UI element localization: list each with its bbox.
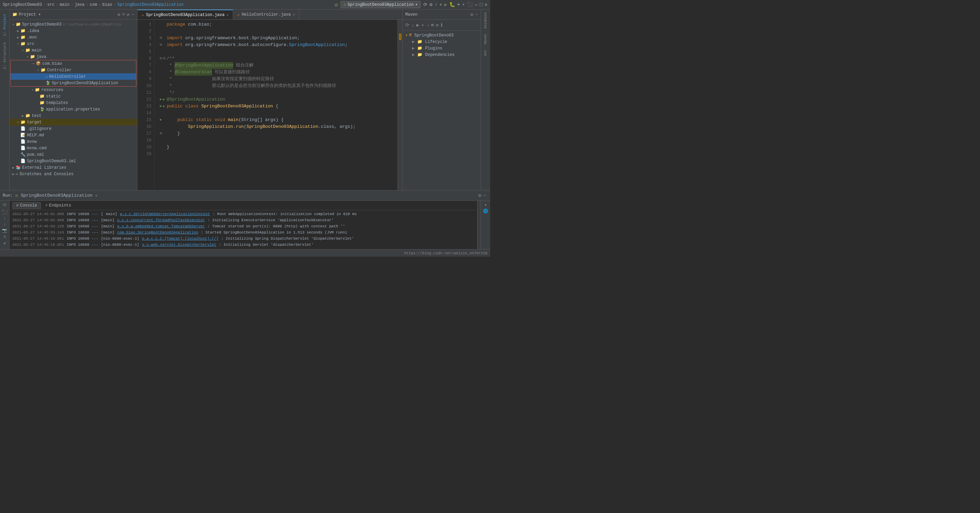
- maven-close-icon[interactable]: —: [475, 12, 478, 17]
- align-icon[interactable]: ⇄: [3, 241, 6, 246]
- minimize2-icon[interactable]: —: [484, 193, 486, 198]
- filter-icon[interactable]: ≡: [3, 234, 6, 239]
- endpoints-icon: ⚡: [45, 203, 48, 208]
- add-icon[interactable]: +: [439, 2, 442, 8]
- favorites-icon[interactable]: ★: [484, 202, 487, 207]
- tree-item-target[interactable]: ▾ 📁 target: [10, 119, 137, 126]
- close-panel-icon[interactable]: —: [132, 12, 134, 18]
- tree-item-scratches[interactable]: ▶ ✏ Scratches and Consoles: [10, 171, 137, 177]
- tree-item-iml[interactable]: ▶ 📄 SpringBootDemo03.iml: [10, 158, 137, 164]
- update-icon[interactable]: ↑: [434, 2, 438, 8]
- maven-item-plugins[interactable]: ▶ 📁 Plugins: [404, 45, 479, 51]
- maven-settings-icon[interactable]: ⚙: [470, 12, 473, 18]
- maven-plus-icon[interactable]: +: [421, 22, 424, 28]
- tree-item-test[interactable]: ▶ 📁 test: [10, 113, 137, 119]
- tree-item-resources[interactable]: ▾ 📁 resources: [10, 87, 137, 93]
- tree-item-springbootapp[interactable]: ▶ 🍃 SpringBootDeno03Application: [11, 80, 136, 86]
- package-icon: 📦: [36, 61, 41, 66]
- restart-icon[interactable]: ⟳: [3, 202, 7, 208]
- run-green-icon[interactable]: ▶: [444, 2, 447, 8]
- console-scrollbar[interactable]: [477, 201, 480, 249]
- maven-run-icon[interactable]: ▶: [416, 22, 419, 28]
- camera-icon[interactable]: 📷: [2, 228, 7, 233]
- bookmark-gutter-icon2[interactable]: ▲: [162, 103, 165, 110]
- maximize-icon[interactable]: □: [480, 2, 482, 8]
- tree-label-target: target: [27, 120, 41, 125]
- settings2-icon[interactable]: ⚙: [478, 193, 481, 198]
- run-config-selector[interactable]: ⚙ SpringBootDeno03Application ▾: [340, 1, 421, 8]
- stop-run-icon[interactable]: ⬛: [2, 209, 8, 215]
- tree-item-appprops[interactable]: ▶ 🍃 application.properties: [10, 106, 137, 113]
- tree-item-hellocontroller[interactable]: ▶ ☕ HelloController: [11, 73, 136, 80]
- console-tab-console[interactable]: ≡ Console: [12, 202, 41, 209]
- tree-item-idea[interactable]: ▶ 📁 .idea: [10, 28, 137, 34]
- ant-btn[interactable]: Ant: [483, 47, 488, 59]
- editor-tabs: ☕ SpringBootDeno03Application.java ✕ ☕ H…: [137, 10, 402, 20]
- fold-icon2[interactable]: ⊟: [160, 41, 162, 48]
- maven-item-root[interactable]: ▾ M SpringBootDeno03: [404, 32, 479, 38]
- project-title: 📁 Project ▾: [12, 12, 116, 17]
- tree-item-mvnwcmd[interactable]: ▶ 📄 mvnw.cmd: [10, 145, 137, 151]
- minimize-icon[interactable]: —: [475, 2, 477, 8]
- debug-icon[interactable]: 🐛: [449, 2, 455, 8]
- tab-hellocontroller[interactable]: ☕ HelloController.java ✕: [233, 10, 299, 19]
- console-content[interactable]: 2021-05-27 14:45:02.000 INFO 10688 --- […: [10, 210, 477, 249]
- maven-m-icon[interactable]: m: [431, 22, 434, 28]
- code-area[interactable]: package com.biao; ⊟ import org.springfra…: [154, 20, 398, 190]
- sidebar-item-structure[interactable]: 2: Structure: [2, 40, 8, 72]
- maven-link-icon[interactable]: ⇄: [436, 22, 438, 28]
- database-btn[interactable]: Database: [483, 10, 488, 31]
- scroll-down-icon[interactable]: ↓: [3, 222, 6, 227]
- maven-item-dependencies[interactable]: ▶ 📁 Dependencies: [404, 51, 479, 58]
- maven-item-lifecycle[interactable]: ▶ 📁 Lifecycle: [404, 38, 479, 45]
- sidebar-item-project[interactable]: 1: Project: [2, 11, 8, 39]
- close-tab-hellocontroller[interactable]: ✕: [293, 13, 295, 17]
- close-icon[interactable]: ✕: [485, 2, 487, 8]
- tree-item-helpmd[interactable]: ▶ 📝 HELP.md: [10, 132, 137, 139]
- gear2-icon[interactable]: ≡: [123, 12, 125, 18]
- expand-icon[interactable]: ⇄: [127, 12, 129, 18]
- settings-icon[interactable]: ⚙: [430, 2, 432, 8]
- console-tab-endpoints[interactable]: ⚡ Endpoints: [41, 202, 75, 209]
- fold-icon3[interactable]: ⊟: [160, 130, 162, 137]
- tree-item-main[interactable]: ▾ 📁 main: [10, 47, 137, 54]
- tree-item-static[interactable]: ▶ 📁 static: [10, 93, 137, 100]
- run-gutter-icon[interactable]: ▶: [160, 96, 162, 103]
- tree-item-combiao[interactable]: ▾ 📦 com.biao: [11, 61, 136, 67]
- tree-item-gitignore[interactable]: ▶ 📄 .gitignore: [10, 126, 137, 132]
- tree-item-templates[interactable]: ▶ 📁 templates: [10, 100, 137, 106]
- close-tab-springbootapp[interactable]: ✕: [227, 13, 229, 17]
- settings-icon[interactable]: ⚙: [118, 12, 120, 18]
- tab-springbootapp[interactable]: ☕ SpringBootDeno03Application.java ✕: [137, 10, 233, 19]
- tree-item-pomxml[interactable]: ▶ 🔧 pom.xml: [10, 151, 137, 158]
- tree-item-src[interactable]: ▾ 📁 src: [10, 41, 137, 47]
- tab-label-hellocontroller: HelloController.java: [242, 12, 291, 17]
- tree-item-mvnw[interactable]: ▶ 📄 mvnw: [10, 139, 137, 145]
- bookmark-gutter-icon[interactable]: ▲: [162, 96, 165, 103]
- profile-icon[interactable]: ⚡: [462, 2, 465, 8]
- maven-download-icon[interactable]: ↓: [411, 22, 414, 28]
- run-gutter-icon3[interactable]: ▶: [160, 116, 162, 123]
- close-run-icon[interactable]: ✕: [95, 193, 97, 198]
- tree-item-java[interactable]: ▾ 📁 java: [10, 54, 137, 60]
- tree-item-ext-libs[interactable]: ▶ 📚 External Libraries: [10, 164, 137, 171]
- fold-icon[interactable]: ⊟: [160, 35, 162, 41]
- maven-debug-icon[interactable]: →: [426, 22, 429, 28]
- coverage-icon[interactable]: ☂: [457, 2, 460, 8]
- build-icon[interactable]: ⟳: [423, 2, 428, 8]
- maven-btn[interactable]: Maven: [483, 31, 488, 47]
- stop-icon[interactable]: ⬛: [467, 2, 473, 8]
- cmd-icon: 📄: [21, 145, 25, 151]
- maven-refresh-icon[interactable]: ⟳: [405, 22, 409, 28]
- breadcrumb-project[interactable]: SpringBootDemo03: [3, 2, 42, 7]
- project-header-icons: ⚙ ≡ ⇄ —: [118, 12, 134, 18]
- bottom-layout: ⟳ ⬛ ↑ ↓ 📷 ≡ ⇄ ↗ 🗑 ≡ Console ⚡ Endpoints: [0, 201, 490, 249]
- tree-item-controller[interactable]: ▾ 📁 Controller: [11, 67, 136, 73]
- run-gutter-icon2[interactable]: ▶: [160, 103, 162, 110]
- web-icon[interactable]: 🌐: [483, 209, 488, 214]
- tree-item-mvn[interactable]: ▶ 📁 .mvn: [10, 34, 137, 41]
- scroll-up-icon[interactable]: ↑: [3, 217, 6, 221]
- maven-deps-arrow: ▶: [412, 52, 415, 57]
- tree-item-root[interactable]: ▾ 📁 SpringBootDemo03 D:\software-code\ID…: [10, 21, 137, 28]
- maven-info-icon[interactable]: ℹ: [441, 22, 442, 28]
